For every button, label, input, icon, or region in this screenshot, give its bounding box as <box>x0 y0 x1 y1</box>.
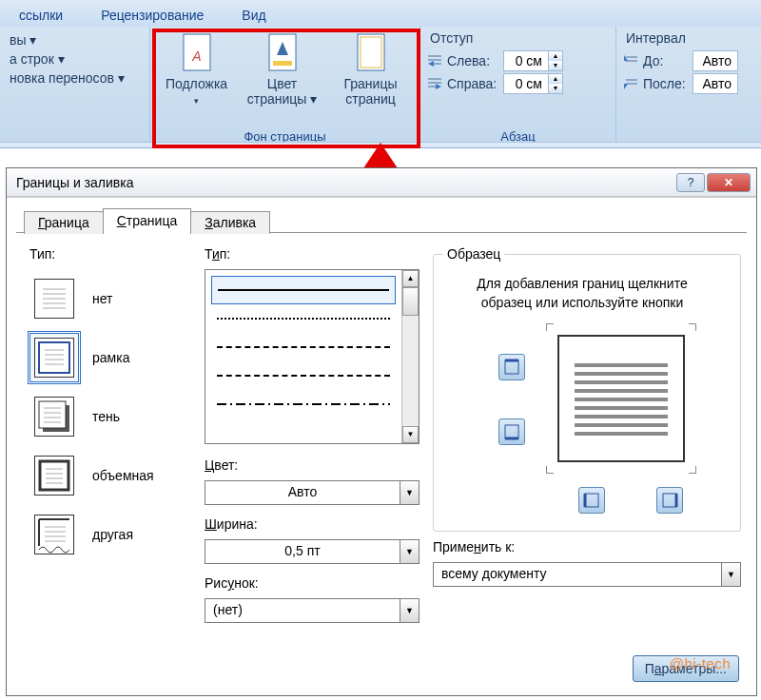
svg-rect-4 <box>273 61 292 66</box>
watermark-button[interactable]: A Подложка▾ <box>157 30 237 108</box>
style-dashed[interactable] <box>211 361 396 390</box>
dialog-titlebar[interactable]: Границы и заливка ? ✕ <box>7 168 756 197</box>
ribbon-group-indent: Отступ Слева: 0 см▲▼ Справа: 0 см▲▼ Абза… <box>420 27 616 147</box>
spacing-after-label: После: <box>643 76 689 91</box>
type-none[interactable]: нет <box>29 269 191 328</box>
spacing-after-spinner[interactable]: Авто <box>693 73 738 94</box>
custom-icon <box>35 515 73 554</box>
type-custom[interactable]: другая <box>29 505 191 564</box>
dialog-borders-shading: Границы и заливка ? ✕ Граница Страница З… <box>6 167 757 696</box>
ribbon-group-page-background: A Подложка▾ Цветстраницы ▾ Границыстрани… <box>150 27 420 147</box>
indent-right-label: Справа: <box>447 76 499 91</box>
ribbon: вы ▾ а строк ▾ новка переносов ▾ A Подло… <box>0 27 761 148</box>
dialog-tabs: Граница Страница Заливка <box>7 198 756 232</box>
style-dashed-wide[interactable] <box>211 333 396 361</box>
tab-page[interactable]: Страница <box>103 208 191 233</box>
svg-rect-5 <box>358 34 384 70</box>
svg-marker-13 <box>436 84 441 89</box>
page-color-icon <box>263 32 302 74</box>
svg-rect-27 <box>39 342 69 373</box>
shadow-icon <box>35 398 73 436</box>
indent-left-label: Слева: <box>447 53 499 68</box>
tab-border[interactable]: Граница <box>24 211 104 234</box>
svg-rect-33 <box>39 401 66 428</box>
type-label: Тип: <box>29 246 191 262</box>
svg-rect-38 <box>40 461 68 490</box>
spacing-title: Интервал <box>626 30 738 46</box>
type-box[interactable]: рамка <box>29 328 191 387</box>
spacing-before-icon <box>622 53 639 68</box>
svg-rect-56 <box>663 494 676 507</box>
apply-to-combo[interactable]: всему документу▼ <box>433 562 741 587</box>
indent-left-spinner[interactable]: 0 см▲▼ <box>503 50 563 71</box>
page-borders-label: Границыстраниц <box>344 76 398 107</box>
cut-btn-2[interactable]: а строк ▾ <box>6 49 144 68</box>
preview-column: Образец Для добавления границ щелкните о… <box>433 246 741 623</box>
art-combo[interactable]: (нет)▼ <box>205 598 420 623</box>
width-combo[interactable]: 0,5 пт▼ <box>205 539 420 564</box>
indent-title: Отступ <box>430 30 610 46</box>
spacing-before-spinner[interactable]: Авто <box>693 50 738 71</box>
svg-marker-17 <box>624 55 628 61</box>
style-dotted-fine[interactable] <box>211 304 396 333</box>
threeD-icon <box>35 457 73 495</box>
preview-right-btn[interactable] <box>656 487 683 514</box>
tab-review[interactable]: Рецензирование <box>82 4 223 27</box>
tab-shading[interactable]: Заливка <box>190 211 270 234</box>
dialog-title: Границы и заливка <box>12 175 674 190</box>
page-borders-icon <box>352 32 390 74</box>
ribbon-group-cut-left: вы ▾ а строк ▾ новка переносов ▾ <box>0 27 150 147</box>
type-shadow[interactable]: тень <box>29 387 191 446</box>
indent-left-icon <box>426 53 443 68</box>
style-scrollbar[interactable]: ▲▼ <box>401 270 419 443</box>
preview-page-lines <box>575 363 668 440</box>
svg-rect-52 <box>505 425 518 438</box>
none-icon <box>35 280 73 318</box>
page-borders-button[interactable]: Границыстраниц <box>328 30 414 108</box>
svg-text:A: A <box>191 49 201 64</box>
box-icon <box>35 339 73 377</box>
indent-right-spinner[interactable]: 0 см▲▼ <box>503 73 563 94</box>
style-column: Тип: ▲▼ Цвет: <box>205 246 420 623</box>
page-color-label: Цветстраницы ▾ <box>247 76 318 107</box>
style-dashdot[interactable] <box>211 390 396 418</box>
help-button[interactable]: ? <box>676 173 705 192</box>
options-button[interactable]: Параметры... <box>633 655 739 682</box>
close-button[interactable]: ✕ <box>707 173 751 192</box>
ribbon-group-spacing: Интервал До: Авто После: Авто <box>616 27 744 147</box>
svg-marker-9 <box>428 61 434 67</box>
preview-bottom-btn[interactable] <box>498 418 525 445</box>
spacing-before-label: До: <box>643 53 689 68</box>
spacing-after-icon <box>622 76 639 91</box>
style-list[interactable]: ▲▼ <box>205 269 420 444</box>
cut-btn-1[interactable]: вы ▾ <box>6 30 144 49</box>
indent-right-icon <box>426 76 443 91</box>
ribbon-tabs: ссылки Рецензирование Вид <box>0 0 761 27</box>
page-color-button[interactable]: Цветстраницы ▾ <box>237 30 328 108</box>
preview-hint: Для добавления границ щелкните образец и… <box>453 275 712 312</box>
svg-rect-54 <box>585 494 598 507</box>
style-solid[interactable] <box>211 276 396 304</box>
setting-type-column: Тип: нет рамка тень <box>29 246 191 623</box>
type-3d[interactable]: объемная <box>29 446 191 505</box>
tab-view[interactable]: Вид <box>223 4 284 27</box>
svg-marker-20 <box>624 84 628 89</box>
tab-references[interactable]: ссылки <box>0 4 82 27</box>
preview-left-btn[interactable] <box>578 487 605 514</box>
color-combo[interactable]: Авто▼ <box>205 480 420 505</box>
svg-rect-50 <box>505 360 518 374</box>
preview-legend: Образец <box>443 246 504 262</box>
watermark-icon: A <box>178 32 216 74</box>
preview-top-btn[interactable] <box>498 354 525 380</box>
cut-btn-3[interactable]: новка переносов ▾ <box>6 68 144 88</box>
